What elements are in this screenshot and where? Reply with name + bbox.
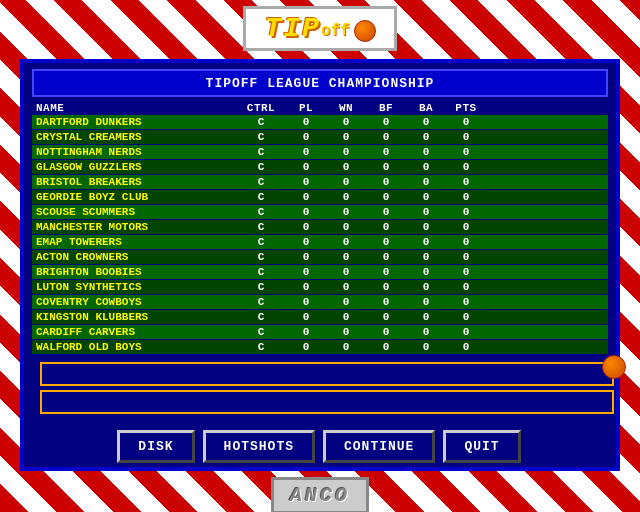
hotshots-button[interactable]: HOTSHOTS: [203, 430, 315, 463]
team-name: CARDIFF CARVERS: [36, 326, 236, 338]
cell-value: 0: [406, 206, 446, 218]
cell-value: C: [236, 191, 286, 203]
cell-value: 0: [366, 326, 406, 338]
cell-value: 0: [446, 206, 486, 218]
cell-value: C: [236, 221, 286, 233]
cell-value: C: [236, 326, 286, 338]
team-name: COVENTRY COWBOYS: [36, 296, 236, 308]
cell-value: 0: [286, 266, 326, 278]
table-row: KINGSTON KLUBBERSC00000: [32, 310, 608, 324]
team-name: WALFORD OLD BOYS: [36, 341, 236, 353]
logo-off-text: off: [321, 22, 350, 40]
cell-value: C: [236, 116, 286, 128]
cell-value: 0: [366, 296, 406, 308]
disk-button[interactable]: DISK: [117, 430, 194, 463]
logo-area: TIP off: [0, 0, 640, 55]
cell-value: 0: [366, 161, 406, 173]
team-name: BRISTOL BREAKERS: [36, 176, 236, 188]
cell-value: 0: [406, 221, 446, 233]
team-name: MANCHESTER MOTORS: [36, 221, 236, 233]
col-wn: WN: [326, 102, 366, 114]
cell-value: 0: [326, 176, 366, 188]
cell-value: 0: [286, 131, 326, 143]
cell-value: 0: [406, 326, 446, 338]
cell-value: 0: [406, 311, 446, 323]
table-row: MANCHESTER MOTORSC00000: [32, 220, 608, 234]
cell-value: 0: [326, 266, 366, 278]
col-ba: BA: [406, 102, 446, 114]
team-name: DARTFORD DUNKERS: [36, 116, 236, 128]
cell-value: C: [236, 281, 286, 293]
team-name: LUTON SYNTHETICS: [36, 281, 236, 293]
cell-value: C: [236, 176, 286, 188]
cell-value: 0: [286, 221, 326, 233]
team-name: NOTTINGHAM NERDS: [36, 146, 236, 158]
table-row: CARDIFF CARVERSC00000: [32, 325, 608, 339]
content-panel: TIPOFF LEAGUE CHAMPIONSHIP NAME CTRL PL …: [20, 59, 620, 471]
cell-value: 0: [406, 341, 446, 353]
cell-value: 0: [446, 221, 486, 233]
cell-value: 0: [326, 281, 366, 293]
cell-value: 0: [406, 281, 446, 293]
cell-value: 0: [326, 341, 366, 353]
quit-button[interactable]: QUIT: [443, 430, 520, 463]
table-row: CRYSTAL CREAMERSC00000: [32, 130, 608, 144]
cell-value: 0: [366, 311, 406, 323]
col-pts: PTS: [446, 102, 486, 114]
cell-value: 0: [366, 281, 406, 293]
table-row: ACTON CROWNERSC00000: [32, 250, 608, 264]
cell-value: 0: [366, 116, 406, 128]
cell-value: 0: [406, 191, 446, 203]
cell-value: 0: [366, 146, 406, 158]
table-row: DARTFORD DUNKERSC00000: [32, 115, 608, 129]
cell-value: 0: [406, 116, 446, 128]
cell-value: 0: [286, 251, 326, 263]
cell-value: 0: [326, 221, 366, 233]
cell-value: C: [236, 236, 286, 248]
table-row: GEORDIE BOYZ CLUBC00000: [32, 190, 608, 204]
table-row: NOTTINGHAM NERDSC00000: [32, 145, 608, 159]
cell-value: 0: [366, 206, 406, 218]
cell-value: 0: [446, 131, 486, 143]
col-bf: BF: [366, 102, 406, 114]
cell-value: 0: [326, 236, 366, 248]
cell-value: C: [236, 341, 286, 353]
table-row: BRIGHTON BOOBIESC00000: [32, 265, 608, 279]
cell-value: 0: [286, 311, 326, 323]
logo-tip-text: TIP: [264, 13, 320, 44]
team-name: ACTON CROWNERS: [36, 251, 236, 263]
cell-value: 0: [446, 296, 486, 308]
cell-value: 0: [286, 281, 326, 293]
league-title: TIPOFF LEAGUE CHAMPIONSHIP: [206, 76, 435, 91]
cell-value: 0: [406, 296, 446, 308]
cell-value: 0: [326, 311, 366, 323]
cell-value: 0: [366, 131, 406, 143]
continue-button[interactable]: CONTINUE: [323, 430, 435, 463]
cell-value: 0: [326, 161, 366, 173]
logo-box: TIP off: [243, 6, 396, 51]
table-body: DARTFORD DUNKERSC00000CRYSTAL CREAMERSC0…: [32, 115, 608, 354]
table-row: WALFORD OLD BOYSC00000: [32, 340, 608, 354]
cell-value: 0: [446, 266, 486, 278]
cell-value: 0: [326, 296, 366, 308]
cell-value: 0: [326, 251, 366, 263]
cell-value: C: [236, 266, 286, 278]
cell-value: C: [236, 296, 286, 308]
cell-value: 0: [406, 236, 446, 248]
cell-value: 0: [286, 161, 326, 173]
cell-value: 0: [446, 191, 486, 203]
cell-value: 0: [286, 191, 326, 203]
table-row: GLASGOW GUZZLERSC00000: [32, 160, 608, 174]
cell-value: 0: [326, 326, 366, 338]
button-row: DISK HOTSHOTS CONTINUE QUIT: [24, 426, 614, 467]
cell-value: 0: [446, 146, 486, 158]
cell-value: 0: [446, 116, 486, 128]
cell-value: 0: [446, 251, 486, 263]
cell-value: 0: [286, 236, 326, 248]
main-container: TIP off TIPOFF LEAGUE CHAMPIONSHIP NAME …: [0, 0, 640, 512]
cell-value: 0: [366, 221, 406, 233]
cell-value: C: [236, 131, 286, 143]
cell-value: 0: [286, 176, 326, 188]
team-name: KINGSTON KLUBBERS: [36, 311, 236, 323]
cell-value: 0: [446, 281, 486, 293]
